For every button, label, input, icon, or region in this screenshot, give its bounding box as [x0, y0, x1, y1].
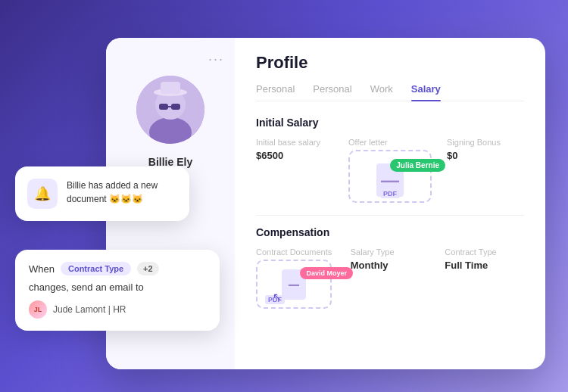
tab-work[interactable]: Work — [370, 83, 393, 101]
workflow-user-avatar: JL — [29, 300, 47, 319]
field-contract-type: Contract Type Full Time — [445, 247, 524, 309]
field-value-bonus: $0 — [447, 150, 524, 161]
tabs-bar: Personal Personal Work Salary — [256, 83, 524, 101]
initial-salary-title: Initial Salary — [256, 117, 524, 129]
field-label-salary-type: Salary Type — [351, 247, 430, 257]
field-value-salary-type: Monthly — [351, 260, 430, 271]
avatar — [136, 76, 204, 144]
field-label-base: Initial base salary — [256, 138, 333, 147]
field-salary-type: Salary Type Monthly — [351, 247, 430, 309]
pdf-lines2: ▬▬ — [289, 282, 299, 287]
field-signing-bonus: Signing Bonus $0 — [447, 138, 524, 203]
workflow-card: When Contract Type +2 changes, send an e… — [15, 250, 220, 331]
field-value-contract-type: Full Time — [445, 260, 524, 271]
tab-personal2[interactable]: Personal — [313, 83, 351, 101]
notification-text: Billie has added a new document 🐱🐱🐱 — [67, 179, 177, 206]
notification-card: 🔔 Billie has added a new document 🐱🐱🐱 — [15, 166, 189, 221]
tab-personal1[interactable]: Personal — [256, 83, 295, 101]
david-name-tag: David Moyer — [300, 267, 353, 279]
pdf-card-offer[interactable]: ▬▬▬ PDF ↖ Julia Bernie — [348, 150, 432, 203]
field-label-contract-docs: Contract Documents — [256, 247, 335, 257]
julia-name-tag: Julia Bernie — [390, 159, 445, 172]
pdf-label: PDF — [380, 189, 400, 198]
user-initials: JL — [34, 306, 42, 313]
notification-icon-wrap: 🔔 — [27, 179, 58, 209]
field-value-base: $6500 — [256, 150, 333, 161]
tab-salary[interactable]: Salary — [411, 83, 441, 101]
bell-icon: 🔔 — [34, 185, 51, 202]
page-title: Profile — [256, 53, 524, 73]
compensation-title: Compensation — [256, 226, 524, 238]
workflow-when-label: When — [29, 263, 55, 275]
svg-rect-4 — [161, 82, 180, 94]
svg-rect-5 — [159, 104, 168, 110]
compensation-section: Compensation Contract Documents ▬▬ PDF ↖… — [256, 226, 524, 309]
initial-salary-section: Initial Salary Initial base salary $6500… — [256, 117, 524, 203]
field-base-salary: Initial base salary $6500 — [256, 138, 333, 203]
workflow-user-name: Jude Lamont | HR — [53, 304, 126, 315]
workflow-contract-badge[interactable]: Contract Type — [61, 262, 131, 275]
main-content: Profile Personal Personal Work Salary In… — [235, 38, 545, 369]
workflow-count-badge[interactable]: +2 — [137, 262, 159, 275]
workflow-line2-text: changes, send an email to — [29, 282, 206, 293]
field-label-contract-type: Contract Type — [445, 247, 524, 257]
pdf-lines: ▬▬▬ — [381, 177, 399, 184]
svg-rect-6 — [171, 104, 180, 110]
field-label-bonus: Signing Bonus — [447, 138, 524, 147]
cursor-icon2: ↖ — [273, 291, 282, 303]
field-offer-letter: Offer letter ▬▬▬ PDF ↖ Julia Bernie — [348, 138, 432, 203]
field-contract-docs: Contract Documents ▬▬ PDF ↖ David Moyer — [256, 247, 335, 309]
pdf-card-contract[interactable]: ▬▬ PDF ↖ David Moyer — [256, 260, 332, 309]
sidebar-dots[interactable]: ... — [208, 48, 224, 64]
avatar-svg — [136, 76, 204, 144]
field-label-offer: Offer letter — [348, 138, 432, 147]
